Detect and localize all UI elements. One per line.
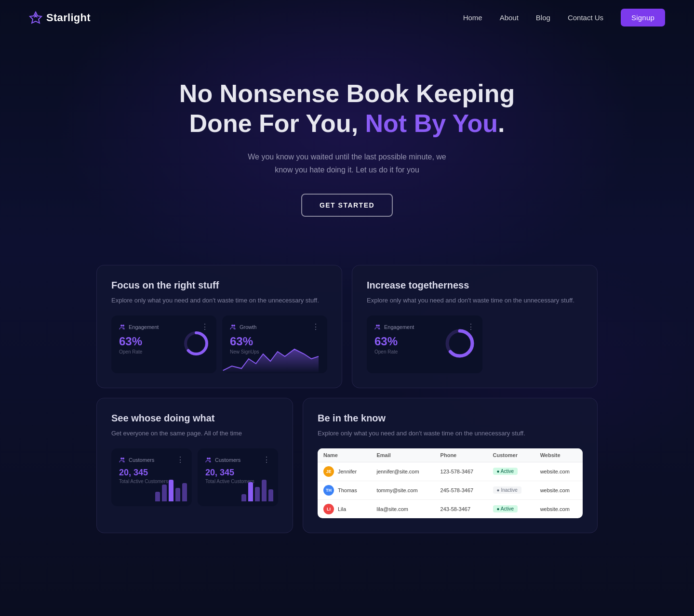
- customers-card-2: Customers ⋮ 20, 345 Total Active Custome…: [198, 448, 278, 506]
- bar-1: [155, 492, 160, 501]
- bar-4: [175, 488, 180, 501]
- know-desc: Explore only what you need and don't was…: [318, 429, 583, 439]
- feature-focus-desc: Explore only what you need and don't was…: [111, 296, 327, 306]
- col-website: Website: [534, 448, 583, 462]
- logo-icon: [29, 11, 42, 25]
- bar-5: [182, 483, 187, 501]
- growth-menu[interactable]: ⋮: [312, 323, 320, 331]
- svg-point-2: [120, 325, 122, 327]
- customers-icon-2: [205, 457, 212, 463]
- hero-highlight: Not By You: [365, 109, 498, 137]
- svg-point-13: [122, 458, 124, 459]
- togetherness-mini-card: Engagement ⋮ 63% Open Rate: [367, 315, 482, 373]
- table-header-row: Name Email Phone Customer Website: [318, 448, 583, 462]
- togetherness-card-label: Engagement: [384, 324, 414, 330]
- svg-point-3: [122, 325, 124, 327]
- cell-status: ● Inactive: [487, 481, 534, 499]
- engagement-label: Engagement: [129, 324, 159, 330]
- get-started-button[interactable]: GET STARTED: [301, 194, 393, 217]
- engagement-donut: [182, 329, 211, 360]
- customers-icon-1: [119, 457, 126, 463]
- col-customer: Customer: [487, 448, 534, 462]
- svg-point-9: [378, 325, 380, 327]
- customers-menu-2[interactable]: ⋮: [263, 456, 270, 464]
- hero-title-line1: No Nonsense Book Keeping: [179, 79, 515, 107]
- hero-title: No Nonsense Book Keeping Done For You, N…: [10, 79, 684, 139]
- cell-phone: 123-578-3467: [435, 462, 487, 481]
- feature-know-card: Be in the know Explore only what you nee…: [303, 398, 598, 533]
- svg-point-12: [120, 458, 122, 459]
- col-phone: Phone: [435, 448, 487, 462]
- growth-label: Growth: [240, 324, 256, 330]
- togetherness-people-icon: [374, 324, 381, 330]
- bar-3: [169, 480, 174, 501]
- cell-website: website.com: [534, 462, 583, 481]
- growth-people-icon: [230, 324, 237, 330]
- engagement-card: Engagement ⋮ 63% Open Rate: [111, 315, 216, 373]
- feature-togetherness-card: Increase togetherness Explore only what …: [352, 265, 598, 388]
- cell-email: lila@site.com: [371, 499, 434, 518]
- togetherness-donut: [443, 327, 477, 362]
- nav-about[interactable]: About: [500, 13, 519, 22]
- customers-menu-1[interactable]: ⋮: [176, 456, 184, 464]
- customers-card-1: Customers ⋮ 20, 345 Total Active Custome…: [111, 448, 192, 506]
- avatar: LI: [323, 504, 334, 514]
- signup-button[interactable]: Signup: [621, 9, 665, 26]
- status-badge: ● Active: [493, 505, 518, 512]
- whose-desc: Get everyone on the same page. All of th…: [111, 429, 278, 439]
- cell-website: website.com: [534, 499, 583, 518]
- bar-8: [255, 487, 260, 501]
- nav-contact[interactable]: Contact Us: [568, 13, 603, 22]
- nav-blog[interactable]: Blog: [536, 13, 550, 22]
- cell-status: ● Active: [487, 462, 534, 481]
- cell-name: LI Lila: [318, 499, 371, 518]
- col-email: Email: [371, 448, 434, 462]
- bar-7: [248, 482, 253, 501]
- feature-whose-card: See whose doing what Get everyone on the…: [96, 398, 293, 533]
- logo-text: Starlight: [46, 12, 91, 24]
- customers-label-2: Customers: [215, 457, 240, 463]
- table-row: LI Lila lila@site.com 243-58-3467 ● Acti…: [318, 499, 583, 518]
- svg-point-8: [376, 325, 378, 327]
- cell-name: TH Thomas: [318, 481, 371, 499]
- customers-label-1: Customers: [129, 457, 154, 463]
- status-badge: ● Active: [493, 468, 518, 475]
- table-row: JE Jennifer jennifer@site.com 123-578-34…: [318, 462, 583, 481]
- hero-title-line2: Done For You, Not By You.: [189, 109, 505, 137]
- svg-point-7: [233, 325, 235, 327]
- customers-table-wrap: Name Email Phone Customer Website JE Jen…: [318, 448, 583, 518]
- avatar: JE: [323, 466, 334, 477]
- features-grid: Focus on the right stuff Explore only wh…: [82, 265, 612, 398]
- name-text: Jennifer: [338, 469, 357, 474]
- table-row: TH Thomas tommy@site.com 245-578-3467 ● …: [318, 481, 583, 499]
- growth-header: Growth ⋮: [230, 323, 320, 331]
- logo-link[interactable]: Starlight: [29, 11, 91, 25]
- bar-chart-1: [155, 477, 187, 501]
- customers-value-1: 20, 345: [119, 468, 184, 478]
- bottom-features-row: See whose doing what Get everyone on the…: [82, 398, 612, 562]
- name-text: Lila: [338, 506, 346, 512]
- cell-email: tommy@site.com: [371, 481, 434, 499]
- bar-chart-2: [241, 477, 273, 501]
- bar-6: [241, 494, 246, 501]
- whose-mini-cards: Customers ⋮ 20, 345 Total Active Custome…: [111, 448, 278, 506]
- customers-value-2: 20, 345: [205, 468, 270, 478]
- focus-mini-cards: Engagement ⋮ 63% Open Rate: [111, 315, 327, 373]
- togetherness-desc: Explore only what you need and don't was…: [367, 296, 583, 306]
- svg-point-15: [209, 458, 211, 459]
- cell-phone: 245-578-3467: [435, 481, 487, 499]
- cell-email: jennifer@site.com: [371, 462, 434, 481]
- svg-point-14: [207, 458, 209, 459]
- nav-home[interactable]: Home: [463, 13, 482, 22]
- navbar: Starlight Home About Blog Contact Us Sig…: [0, 0, 694, 35]
- svg-point-6: [231, 325, 233, 327]
- bar-9: [262, 480, 267, 501]
- cell-name: JE Jennifer: [318, 462, 371, 481]
- know-title: Be in the know: [318, 413, 583, 424]
- togetherness-title: Increase togetherness: [367, 280, 583, 291]
- hero-subtitle: We you know you waited until the last po…: [246, 150, 448, 176]
- bar-2: [162, 485, 167, 501]
- table-head: Name Email Phone Customer Website: [318, 448, 583, 462]
- hero-section: No Nonsense Book Keeping Done For You, N…: [0, 35, 694, 246]
- feature-focus-card: Focus on the right stuff Explore only wh…: [96, 265, 342, 388]
